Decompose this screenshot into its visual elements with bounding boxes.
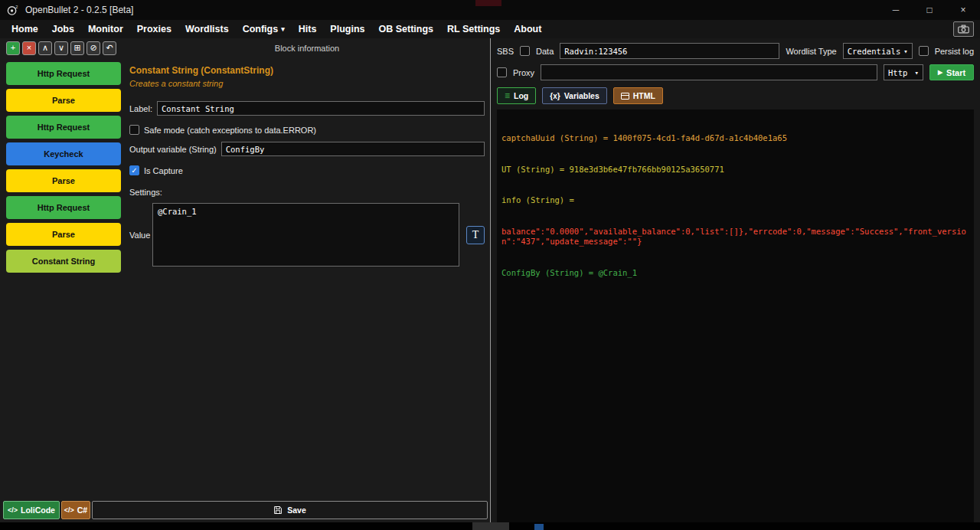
window-title: OpenBullet 2 - 0.2.5 [Beta] bbox=[25, 5, 133, 15]
lolicode-button[interactable]: </> LoliCode bbox=[3, 501, 60, 519]
menu-item-configs-label: Configs bbox=[243, 24, 279, 34]
move-block-up-button[interactable]: ∧ bbox=[38, 41, 52, 55]
menu-bar: Home Jobs Monitor Proxies Wordlists Conf… bbox=[0, 20, 980, 38]
code-icon: </> bbox=[8, 506, 18, 514]
tab-html[interactable]: HTML bbox=[613, 87, 663, 104]
move-block-down-button[interactable]: ∨ bbox=[54, 41, 68, 55]
safe-mode-label: Safe mode (catch exceptions to data.ERRO… bbox=[144, 126, 316, 135]
stack-toolbar: + × ∧ ∨ ⊞ ⊘ ↶ bbox=[6, 41, 124, 55]
log-line: balance":"0.0000","available_balance":0,… bbox=[501, 227, 969, 247]
wordlist-type-label: Wordlist Type bbox=[786, 47, 836, 56]
add-block-button[interactable]: + bbox=[6, 41, 20, 55]
stack-block-http-request-1[interactable]: Http Request bbox=[6, 62, 121, 85]
debugger-panel: SBS Data Wordlist Type Credentials ▾ Per… bbox=[491, 38, 980, 522]
menu-item-configs[interactable]: Configs ▾ bbox=[236, 24, 292, 34]
close-button[interactable]: × bbox=[946, 0, 980, 20]
config-stacker-pane: + × ∧ ∨ ⊞ ⊘ ↶ Http Request Parse Http Re… bbox=[0, 38, 491, 522]
start-label: Start bbox=[946, 68, 965, 77]
taskbar-item bbox=[534, 524, 544, 530]
main-area: + × ∧ ∨ ⊞ ⊘ ↶ Http Request Parse Http Re… bbox=[0, 38, 980, 522]
log-line: captchaUuid (String) = 1400f075-4cd1-fa4… bbox=[501, 133, 969, 144]
log-line: info (String) = bbox=[501, 195, 969, 206]
block-label-input[interactable] bbox=[157, 101, 485, 116]
wordlist-type-value: Credentials bbox=[848, 47, 901, 56]
tab-variables[interactable]: {x} Variables bbox=[542, 87, 606, 104]
menu-item-ob-settings[interactable]: OB Settings bbox=[372, 24, 441, 34]
settings-header: Settings: bbox=[129, 188, 485, 197]
openbullet-window: 2 OpenBullet 2 - 0.2.5 [Beta] ─ □ × Home… bbox=[0, 0, 980, 530]
persist-log-label: Persist log bbox=[935, 47, 974, 56]
stack-block-constant-string[interactable]: Constant String bbox=[6, 250, 121, 273]
label-field-caption: Label: bbox=[129, 104, 152, 113]
variable-type-button[interactable]: T bbox=[466, 226, 485, 244]
menu-item-plugins[interactable]: Plugins bbox=[323, 24, 371, 34]
list-icon: ≡ bbox=[505, 90, 510, 101]
menu-item-home[interactable]: Home bbox=[5, 24, 45, 34]
save-button[interactable]: Save bbox=[92, 501, 488, 519]
check-icon: ✓ bbox=[131, 167, 137, 175]
menu-item-wordlists[interactable]: Wordlists bbox=[178, 24, 236, 34]
menu-item-rl-settings[interactable]: RL Settings bbox=[440, 24, 507, 34]
stack-block-parse-2[interactable]: Parse bbox=[6, 169, 121, 192]
save-icon bbox=[273, 505, 283, 515]
screenshot-button[interactable] bbox=[953, 21, 974, 37]
delete-block-button[interactable]: × bbox=[22, 41, 36, 55]
code-icon: </> bbox=[64, 506, 74, 514]
menu-item-hits[interactable]: Hits bbox=[292, 24, 324, 34]
menu-item-about[interactable]: About bbox=[507, 24, 548, 34]
menu-item-proxies[interactable]: Proxies bbox=[130, 24, 178, 34]
debugger-proxy-row: Proxy Http ▾ ▶ Start bbox=[497, 64, 974, 80]
play-icon: ▶ bbox=[938, 69, 942, 76]
tab-log-label: Log bbox=[514, 91, 528, 100]
block-description: Creates a constant string bbox=[129, 79, 485, 88]
block-information-header: Block information bbox=[129, 44, 485, 53]
stack-block-http-request-2[interactable]: Http Request bbox=[6, 116, 121, 139]
output-variable-caption: Output variable (String) bbox=[129, 145, 217, 154]
csharp-button[interactable]: </> C# bbox=[61, 501, 90, 519]
stack-block-parse-3[interactable]: Parse bbox=[6, 223, 121, 246]
browser-icon bbox=[621, 93, 629, 100]
tab-variables-label: Variables bbox=[564, 91, 599, 100]
output-variable-input[interactable] bbox=[221, 142, 485, 156]
tab-log[interactable]: ≡ Log bbox=[497, 87, 536, 104]
taskbar-peek bbox=[0, 522, 980, 530]
log-line: UT (String) = 918e3d3b6e47fb766bb90125a3… bbox=[501, 165, 969, 175]
data-input[interactable] bbox=[560, 43, 779, 59]
wordlist-type-select[interactable]: Credentials ▾ bbox=[843, 43, 913, 59]
svg-text:2: 2 bbox=[15, 5, 18, 9]
window-controls: ─ □ × bbox=[879, 0, 980, 20]
proxy-type-select[interactable]: Http ▾ bbox=[884, 64, 923, 80]
start-button[interactable]: ▶ Start bbox=[929, 64, 974, 80]
recording-indicator bbox=[475, 0, 501, 6]
minimize-button[interactable]: ─ bbox=[879, 0, 913, 20]
is-capture-checkbox[interactable]: ✓ bbox=[129, 165, 139, 175]
app-logo-icon: 2 bbox=[6, 4, 19, 16]
proxy-type-value: Http bbox=[888, 68, 907, 77]
proxy-input[interactable] bbox=[541, 64, 877, 80]
maximize-button[interactable]: □ bbox=[913, 0, 946, 20]
is-capture-label: Is Capture bbox=[144, 166, 183, 175]
lolicode-label: LoliCode bbox=[21, 505, 55, 515]
sbs-checkbox[interactable] bbox=[520, 46, 530, 56]
stack-block-keycheck[interactable]: Keycheck bbox=[6, 142, 121, 165]
chevron-down-icon: ▾ bbox=[903, 47, 907, 55]
chevron-down-icon: ▾ bbox=[915, 69, 919, 77]
debugger-data-row: SBS Data Wordlist Type Credentials ▾ Per… bbox=[497, 43, 974, 59]
persist-log-checkbox[interactable] bbox=[919, 46, 929, 56]
stack-block-http-request-3[interactable]: Http Request bbox=[6, 196, 121, 219]
debugger-tabs: ≡ Log {x} Variables HTML bbox=[497, 87, 974, 104]
proxy-checkbox[interactable] bbox=[497, 67, 507, 77]
value-textarea[interactable]: @Crain_1 bbox=[152, 203, 459, 267]
menu-item-monitor[interactable]: Monitor bbox=[81, 24, 130, 34]
sbs-label: SBS bbox=[497, 47, 514, 56]
stack-block-parse-1[interactable]: Parse bbox=[6, 89, 121, 112]
csharp-label: C# bbox=[77, 505, 87, 515]
clone-block-button[interactable]: ⊞ bbox=[70, 41, 84, 55]
value-field-caption: Value bbox=[129, 231, 152, 240]
debugger-log[interactable]: captchaUuid (String) = 1400f075-4cd1-fa4… bbox=[497, 110, 974, 522]
menu-item-jobs[interactable]: Jobs bbox=[45, 24, 81, 34]
disable-block-button[interactable]: ⊘ bbox=[87, 41, 100, 55]
block-title: Constant String (ConstantString) bbox=[129, 65, 485, 76]
undo-button[interactable]: ↶ bbox=[103, 41, 116, 55]
safe-mode-checkbox[interactable] bbox=[129, 125, 139, 135]
